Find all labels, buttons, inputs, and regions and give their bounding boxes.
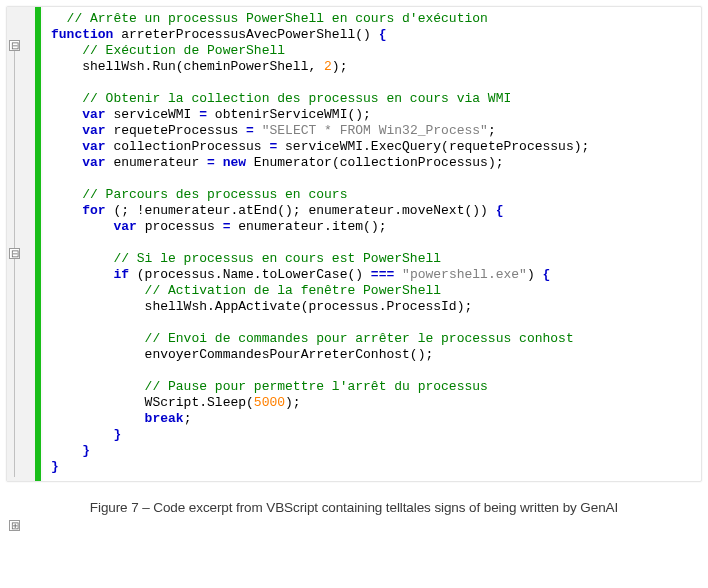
figure-container: ⊟ ⊟ ⊞ // Arrête un processus PowerShell … bbox=[0, 0, 708, 588]
code-token: enumerateur.item(); bbox=[230, 219, 386, 234]
code-token: { bbox=[543, 267, 551, 282]
code-token: if bbox=[51, 267, 129, 282]
code-token: === bbox=[371, 267, 394, 282]
code-token bbox=[51, 315, 59, 330]
code-token: 5000 bbox=[254, 395, 285, 410]
code-token: { bbox=[496, 203, 504, 218]
code-token: Enumerator(collectionProcessus); bbox=[246, 155, 503, 170]
code-token: ); bbox=[285, 395, 301, 410]
code-token: ) bbox=[527, 267, 543, 282]
code-token bbox=[394, 267, 402, 282]
code-token: var bbox=[51, 219, 137, 234]
code-token: (processus.Name.toLowerCase() bbox=[129, 267, 371, 282]
code-token bbox=[51, 75, 59, 90]
code-token: // Parcours des processus en cours bbox=[51, 187, 347, 202]
code-token: "powershell.exe" bbox=[402, 267, 527, 282]
code-token bbox=[51, 235, 59, 250]
code-token: serviceWMI bbox=[106, 107, 200, 122]
fold-guide-line bbox=[14, 51, 15, 477]
code-token: = bbox=[246, 123, 254, 138]
code-token: var bbox=[51, 139, 106, 154]
change-indicator-bar bbox=[35, 7, 41, 481]
code-token: // Envoi de commandes pour arrêter le pr… bbox=[51, 331, 574, 346]
figure-caption: Figure 7 – Code excerpt from VBScript co… bbox=[6, 500, 702, 515]
code-token: (; !enumerateur.atEnd(); enumerateur.mov… bbox=[106, 203, 496, 218]
code-token: } bbox=[51, 427, 121, 442]
code-token: ; bbox=[184, 411, 192, 426]
code-token: = bbox=[207, 155, 215, 170]
code-token: 2 bbox=[324, 59, 332, 74]
code-token bbox=[215, 155, 223, 170]
code-token: // Exécution de PowerShell bbox=[51, 43, 285, 58]
code-token: requeteProcessus bbox=[106, 123, 246, 138]
code-token bbox=[254, 123, 262, 138]
code-token: ; bbox=[488, 123, 496, 138]
editor-gutter: ⊟ ⊟ ⊞ bbox=[7, 7, 43, 481]
code-token: // Pause pour permettre l'arrêt du proce… bbox=[51, 379, 488, 394]
code-token: var bbox=[51, 155, 106, 170]
fold-column: ⊟ ⊟ ⊞ bbox=[7, 7, 35, 481]
fold-toggle-icon[interactable]: ⊟ bbox=[9, 248, 20, 259]
code-token: { bbox=[379, 27, 387, 42]
code-token: } bbox=[51, 443, 90, 458]
code-token: shellWsh.Run(cheminPowerShell, bbox=[51, 59, 324, 74]
code-token: ); bbox=[332, 59, 348, 74]
code-token: shellWsh.AppActivate(processus.ProcessId… bbox=[51, 299, 472, 314]
code-token: // Obtenir la collection des processus e… bbox=[51, 91, 511, 106]
code-token: break bbox=[51, 411, 184, 426]
code-token: "SELECT * FROM Win32_Process" bbox=[262, 123, 488, 138]
fold-toggle-icon[interactable]: ⊟ bbox=[9, 40, 20, 51]
code-token: processus bbox=[137, 219, 223, 234]
code-token: // Si le processus en cours est PowerShe… bbox=[51, 251, 441, 266]
code-token: for bbox=[51, 203, 106, 218]
code-token: function bbox=[51, 27, 113, 42]
code-token: new bbox=[223, 155, 246, 170]
code-token bbox=[51, 363, 59, 378]
code-token bbox=[51, 171, 59, 186]
code-token: var bbox=[51, 123, 106, 138]
code-token: WScript.Sleep( bbox=[51, 395, 254, 410]
code-token: // Arrête un processus PowerShell en cou… bbox=[51, 11, 488, 26]
code-token: var bbox=[51, 107, 106, 122]
code-token: // Activation de la fenêtre PowerShell bbox=[51, 283, 441, 298]
code-token: = bbox=[199, 107, 207, 122]
code-token: } bbox=[51, 459, 59, 474]
code-editor-panel: ⊟ ⊟ ⊞ // Arrête un processus PowerShell … bbox=[6, 6, 702, 482]
code-token: envoyerCommandesPourArreterConhost(); bbox=[51, 347, 433, 362]
fold-toggle-icon[interactable]: ⊞ bbox=[9, 520, 20, 531]
code-token: obtenirServiceWMI(); bbox=[207, 107, 371, 122]
code-token: arreterProcessusAvecPowerShell() bbox=[113, 27, 378, 42]
source-code: // Arrête un processus PowerShell en cou… bbox=[43, 7, 701, 481]
code-token: enumerateur bbox=[106, 155, 207, 170]
code-token: collectionProcessus bbox=[106, 139, 270, 154]
code-token: serviceWMI.ExecQuery(requeteProcessus); bbox=[277, 139, 589, 154]
